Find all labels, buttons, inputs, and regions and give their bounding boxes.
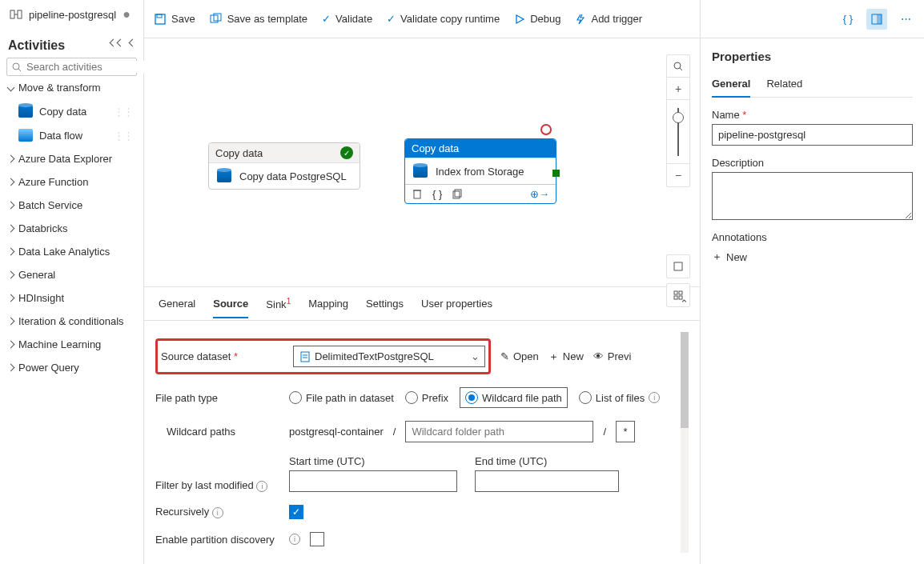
zoom-search-icon[interactable]: [667, 55, 689, 78]
category-label: Move & transform: [18, 82, 101, 94]
trigger-icon: [575, 14, 586, 25]
code-view-icon[interactable]: { }: [838, 9, 858, 30]
preview-dataset[interactable]: 👁Previ: [593, 350, 632, 362]
prop-tab-related[interactable]: Related: [766, 71, 802, 97]
filter-label: Filter by last modified: [155, 479, 254, 491]
description-input[interactable]: [712, 172, 913, 220]
add-annotation[interactable]: ＋New: [712, 250, 913, 264]
save-template-button[interactable]: Save as template: [210, 13, 307, 26]
properties-icon[interactable]: [866, 9, 887, 30]
activity-data-flow[interactable]: Data flow ⋮⋮: [6, 123, 137, 147]
debug-button[interactable]: Debug: [514, 13, 560, 25]
container-name: postgresql-container: [289, 426, 384, 438]
category[interactable]: Databricks: [6, 217, 137, 240]
label: Previ: [608, 350, 632, 362]
fit-button[interactable]: [667, 255, 689, 278]
category[interactable]: General: [6, 263, 137, 286]
tab-title[interactable]: pipeline-postgresql: [29, 9, 116, 21]
radio-file-path-dataset[interactable]: File path in dataset: [289, 391, 394, 404]
required-indicator: *: [742, 109, 746, 121]
save-button[interactable]: Save: [154, 13, 195, 26]
braces-icon[interactable]: { }: [432, 188, 442, 200]
node-label: Copy data PostgreSQL: [239, 170, 347, 182]
collapse-sidebar[interactable]: [110, 40, 135, 52]
drag-handle[interactable]: ⋮⋮: [114, 130, 133, 142]
source-dataset-select[interactable]: DelimitedTextPostgreSQL: [293, 346, 485, 367]
output-port[interactable]: [552, 170, 560, 177]
info-icon[interactable]: i: [256, 481, 267, 492]
wildcard-file-input[interactable]: [616, 421, 635, 442]
svg-line-4: [18, 69, 21, 71]
clone-icon[interactable]: [452, 188, 463, 200]
info-icon[interactable]: i: [212, 507, 223, 518]
drag-handle[interactable]: ⋮⋮: [114, 106, 133, 118]
category[interactable]: HDInsight: [6, 286, 137, 310]
category-label: Machine Learning: [18, 338, 101, 350]
node-index-storage[interactable]: Copy data Index from Storage { } ⊕→: [404, 138, 556, 204]
goto-icon[interactable]: ⊕→: [530, 188, 549, 200]
zoom-slider[interactable]: [667, 100, 689, 164]
new-dataset[interactable]: ＋New: [548, 350, 584, 364]
open-dataset[interactable]: ✎Open: [500, 350, 539, 362]
radio-wildcard[interactable]: Wildcard file path: [460, 387, 568, 408]
file-icon: [300, 351, 310, 362]
radio-list-files[interactable]: List of files i: [579, 391, 660, 404]
delete-icon[interactable]: [412, 188, 423, 200]
add-trigger-button[interactable]: Add trigger: [575, 13, 642, 25]
validate-runtime-button[interactable]: ✓Validate copy runtime: [387, 13, 500, 25]
source-dataset-label: Source dataset: [161, 350, 231, 362]
start-time-input[interactable]: [289, 470, 457, 492]
node-copy-postgresql[interactable]: Copy data✓ Copy data PostgreSQL: [208, 142, 360, 190]
preview-icon: 👁: [593, 350, 604, 362]
zoom-out-button[interactable]: −: [667, 164, 689, 186]
canvas[interactable]: Copy data✓ Copy data PostgreSQL Copy dat…: [144, 38, 700, 286]
check-icon: ✓: [387, 13, 396, 25]
zoom-in-button[interactable]: +: [667, 78, 689, 100]
radio-prefix[interactable]: Prefix: [405, 391, 448, 404]
label: List of files: [596, 392, 645, 404]
tab-settings[interactable]: Settings: [366, 290, 404, 318]
label: Validate copy runtime: [400, 13, 500, 25]
category-label: HDInsight: [18, 292, 64, 304]
category[interactable]: Batch Service: [6, 194, 137, 217]
info-icon[interactable]: i: [289, 534, 300, 545]
tab-mapping[interactable]: Mapping: [308, 290, 348, 318]
validate-button[interactable]: ✓Validate: [322, 13, 372, 25]
scrollbar[interactable]: [681, 332, 689, 553]
tab-source[interactable]: Source: [213, 290, 248, 318]
tab-sink[interactable]: Sink1: [266, 289, 291, 318]
category[interactable]: Machine Learning: [6, 333, 137, 356]
end-time-label: End time (UTC): [475, 455, 619, 467]
activity-copy-data[interactable]: Copy data ⋮⋮: [6, 99, 137, 123]
category[interactable]: Azure Data Explorer: [6, 147, 137, 170]
label: Save: [171, 13, 195, 25]
more-icon[interactable]: ⋯: [895, 9, 916, 30]
recursively-label: Recursively: [155, 506, 209, 518]
label: Save as template: [227, 13, 307, 25]
svg-rect-10: [414, 190, 420, 198]
category-move-transform[interactable]: Move & transform: [6, 76, 137, 99]
category[interactable]: Azure Function: [6, 170, 137, 194]
required-indicator: *: [234, 350, 238, 362]
label: Add trigger: [591, 13, 642, 25]
partition-checkbox[interactable]: [310, 532, 324, 546]
category[interactable]: Data Lake Analytics: [6, 240, 137, 263]
prop-tab-general[interactable]: General: [712, 71, 750, 98]
recursively-checkbox[interactable]: ✓: [289, 505, 303, 519]
name-input[interactable]: [712, 124, 913, 146]
category-label: Data Lake Analytics: [18, 246, 110, 258]
search-activities[interactable]: [6, 58, 137, 76]
category[interactable]: Iteration & conditionals: [6, 310, 137, 333]
tab-dirty-indicator: ●: [123, 7, 131, 22]
select-value: DelimitedTextPostgreSQL: [315, 350, 434, 362]
tab-general[interactable]: General: [159, 290, 195, 318]
collapse-panel[interactable]: ⌃: [680, 298, 689, 310]
category-label: Iteration & conditionals: [18, 315, 124, 327]
search-input[interactable]: [26, 61, 161, 73]
info-icon[interactable]: i: [649, 392, 660, 403]
category[interactable]: Power Query: [6, 356, 137, 379]
description-label: Description: [712, 146, 913, 172]
tab-user-properties[interactable]: User properties: [421, 290, 492, 318]
end-time-input[interactable]: [475, 470, 619, 492]
wildcard-folder-input[interactable]: [405, 421, 593, 442]
